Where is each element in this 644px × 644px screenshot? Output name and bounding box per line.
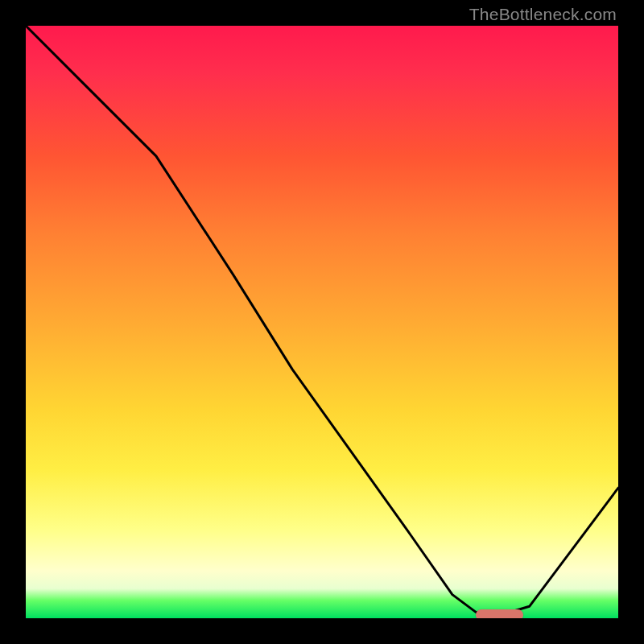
curve-svg bbox=[26, 26, 618, 618]
plot-area bbox=[26, 26, 618, 618]
bottleneck-curve bbox=[26, 26, 618, 615]
optimal-region-marker bbox=[476, 609, 523, 618]
watermark-text: TheBottleneck.com bbox=[469, 5, 617, 24]
chart-container: TheBottleneck.com bbox=[0, 0, 644, 644]
